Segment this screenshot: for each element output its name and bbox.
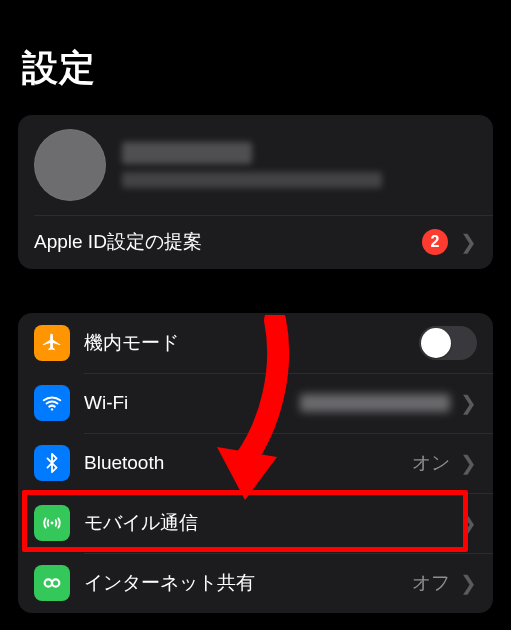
apple-id-suggestion-row[interactable]: Apple ID設定の提案 2 ❯ [18,215,493,269]
airplane-mode-label: 機内モード [84,330,419,356]
cellular-row[interactable]: モバイル通信 ❯ [18,493,493,553]
bluetooth-row[interactable]: Bluetooth オン ❯ [18,433,493,493]
cellular-icon [34,505,70,541]
hotspot-icon [34,565,70,601]
wifi-icon [34,385,70,421]
chevron-right-icon: ❯ [460,511,477,535]
hotspot-label: インターネット共有 [84,570,412,596]
redacted-name [122,142,252,164]
bluetooth-icon [34,445,70,481]
apple-id-suggestion-label: Apple ID設定の提案 [34,229,422,255]
apple-id-group: Apple ID設定の提案 2 ❯ [18,115,493,269]
bluetooth-value: オン [412,450,450,476]
page-title: 設定 [22,44,493,93]
chevron-right-icon: ❯ [460,391,477,415]
airplane-mode-row[interactable]: 機内モード [18,313,493,373]
chevron-right-icon: ❯ [460,571,477,595]
chevron-right-icon: ❯ [460,230,477,254]
wifi-row[interactable]: Wi-Fi ❯ [18,373,493,433]
notification-badge: 2 [422,229,448,255]
redacted-subtitle [122,172,382,188]
airplane-mode-toggle[interactable] [419,326,477,360]
wifi-label: Wi-Fi [84,392,300,414]
hotspot-row[interactable]: インターネット共有 オフ ❯ [18,553,493,613]
bluetooth-label: Bluetooth [84,452,412,474]
wifi-value-redacted [300,394,450,412]
chevron-right-icon: ❯ [460,451,477,475]
svg-point-0 [51,408,53,410]
apple-id-row[interactable] [18,115,493,215]
svg-point-3 [52,579,59,586]
avatar [34,129,106,201]
hotspot-value: オフ [412,570,450,596]
cellular-label: モバイル通信 [84,510,460,536]
airplane-icon [34,325,70,361]
svg-point-1 [51,522,54,525]
connectivity-group: 機内モード Wi-Fi ❯ Bluetooth オン ❯ [18,313,493,613]
